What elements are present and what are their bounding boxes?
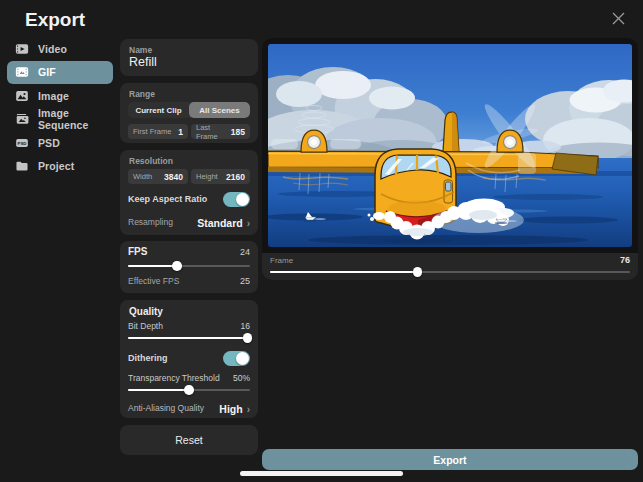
sidebar-item-label: Video xyxy=(38,43,67,55)
first-frame-label: First Frame xyxy=(133,127,171,136)
effective-fps-value: 25 xyxy=(240,276,250,286)
last-frame-field[interactable]: Last Frame 185 xyxy=(191,124,250,139)
height-label: Height xyxy=(196,172,218,181)
transparency-threshold-slider[interactable] xyxy=(128,385,250,395)
sidebar-item-video[interactable]: Video xyxy=(7,37,113,61)
folder-icon xyxy=(15,159,29,173)
fps-slider[interactable] xyxy=(128,261,250,271)
segment-all-scenes[interactable]: All Scenes xyxy=(189,102,250,118)
sidebar-item-project[interactable]: Project xyxy=(7,155,113,179)
home-indicator[interactable] xyxy=(240,471,403,476)
transparency-threshold-value: 50% xyxy=(233,373,250,383)
sidebar-item-label: PSD xyxy=(38,137,60,149)
frame-value: 76 xyxy=(620,255,630,265)
preview-frame xyxy=(262,38,638,253)
fps-card: FPS 24 Effective FPS 25 xyxy=(120,241,258,293)
export-dialog: Export Video GIF xyxy=(0,0,643,482)
first-frame-value: 1 xyxy=(178,127,183,137)
keep-aspect-ratio-toggle[interactable] xyxy=(223,192,250,207)
keep-aspect-ratio-label: Keep Aspect Ratio xyxy=(128,194,207,204)
close-icon xyxy=(611,11,626,26)
width-label: Width xyxy=(133,172,152,181)
sidebar-item-label: Image xyxy=(38,90,69,102)
name-section-label: Name xyxy=(129,45,152,55)
segment-current-clip[interactable]: Current Clip xyxy=(128,102,189,118)
export-button[interactable]: Export xyxy=(262,449,638,470)
sidebar-item-label: Image Sequence xyxy=(38,107,113,131)
bit-depth-label: Bit Depth xyxy=(128,321,163,331)
anti-aliasing-select[interactable]: High› xyxy=(219,399,250,417)
bit-depth-value: 16 xyxy=(241,321,250,331)
height-field[interactable]: Height 2160 xyxy=(191,169,250,184)
preview-panel: Frame 76 xyxy=(262,38,638,280)
effective-fps-label: Effective FPS xyxy=(128,276,179,286)
sidebar-item-psd[interactable]: PSD PSD xyxy=(7,131,113,155)
range-segmented-control: Current Clip All Scenes xyxy=(128,102,250,118)
chevron-right-icon: › xyxy=(247,404,250,415)
resolution-card: Resolution Width 3840 Height 2160 Keep A… xyxy=(120,150,258,235)
transparency-threshold-label: Transparency Threshold xyxy=(128,373,220,383)
dithering-label: Dithering xyxy=(128,353,168,363)
dithering-toggle[interactable] xyxy=(223,351,250,366)
sidebar-item-image-sequence[interactable]: Image Sequence xyxy=(7,108,113,132)
resampling-label: Resampling xyxy=(128,217,173,227)
sidebar-item-gif[interactable]: GIF xyxy=(7,61,113,85)
gif-icon xyxy=(15,65,29,79)
width-field[interactable]: Width 3840 xyxy=(128,169,188,184)
image-sequence-icon xyxy=(15,112,29,126)
frame-label: Frame xyxy=(270,256,293,265)
range-card: Range Current Clip All Scenes First Fram… xyxy=(120,83,258,143)
height-value: 2160 xyxy=(226,172,245,182)
preview-illustration xyxy=(268,44,632,247)
export-button-label: Export xyxy=(433,454,466,466)
first-frame-field[interactable]: First Frame 1 xyxy=(128,124,188,139)
quality-card: Quality Bit Depth 16 Dithering Transpare… xyxy=(120,300,258,418)
resolution-section-label: Resolution xyxy=(129,156,173,166)
svg-text:PSD: PSD xyxy=(17,141,26,146)
video-icon xyxy=(15,42,29,56)
anti-aliasing-label: Anti-Aliasing Quality xyxy=(128,403,204,413)
bit-depth-slider[interactable] xyxy=(128,333,250,343)
anti-aliasing-value: High xyxy=(219,403,242,415)
tail-fin xyxy=(443,112,459,152)
sidebar-item-label: GIF xyxy=(38,66,56,78)
psd-icon: PSD xyxy=(15,136,29,150)
sidebar-item-label: Project xyxy=(38,160,74,172)
image-icon xyxy=(15,89,29,103)
export-format-sidebar: Video GIF Image xyxy=(7,37,113,178)
quality-section-label: Quality xyxy=(129,306,163,317)
width-value: 3840 xyxy=(164,172,183,182)
page-title: Export xyxy=(25,9,85,31)
reset-button[interactable]: Reset xyxy=(120,425,258,455)
close-button[interactable] xyxy=(609,9,627,27)
name-card: Name Refill xyxy=(120,39,258,76)
reset-label: Reset xyxy=(175,434,202,446)
frame-slider[interactable] xyxy=(270,267,630,277)
name-input[interactable]: Refill xyxy=(129,55,157,69)
last-frame-value: 185 xyxy=(231,127,245,137)
resampling-select[interactable]: Standard› xyxy=(197,213,250,231)
resampling-value: Standard xyxy=(197,217,243,229)
range-section-label: Range xyxy=(129,89,155,99)
fps-label: FPS xyxy=(128,246,147,257)
chevron-right-icon: › xyxy=(247,218,250,229)
fps-value: 24 xyxy=(240,247,250,257)
last-frame-label: Last Frame xyxy=(196,123,231,141)
sidebar-item-image[interactable]: Image xyxy=(7,84,113,108)
